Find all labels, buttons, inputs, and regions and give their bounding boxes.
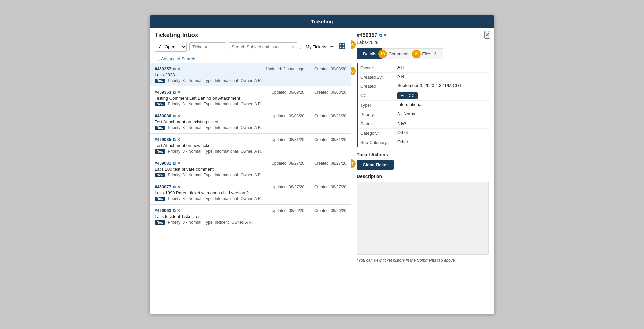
ticket-id-text: #459077 — [155, 184, 171, 189]
ticket-dates: Updated: 09/09/20 Created: 09/03/20 — [271, 90, 346, 95]
created-value: September 3, 2020 4:32 PM CDT — [397, 83, 462, 89]
ticket-meta: New Priority: 3 - Normal Type: Informati… — [155, 149, 346, 154]
ticket-meta: New Priority: 3 - Normal Type: Informati… — [155, 173, 346, 177]
ticket-close-icon[interactable]: ✕ — [177, 208, 180, 213]
ticket-row-top: #459353 ⧉ ✕ Updated: 09/09/20 Created: 0… — [155, 90, 346, 95]
ticket-subject: Test Attachment on existing ticket — [155, 119, 346, 124]
search-input-wrap: ✕ — [229, 42, 297, 51]
inbox-title: Ticketing Inbox — [155, 32, 346, 39]
ticket-owner: Owner: A R. — [241, 125, 262, 130]
ticket-dates: Updated: 2 hours ago Created: 09/03/20 — [266, 67, 347, 71]
ticket-row[interactable]: #459085 ⧉ ✕ Updated: 08/31/20 Created: 0… — [150, 133, 351, 157]
created-label: Created: — [358, 83, 397, 89]
ticket-priority: Priority: 3 - Normal — [168, 220, 201, 225]
ticket-updated: Updated: 08/31/20 — [271, 137, 304, 142]
advanced-search-link[interactable]: Advanced Search — [155, 56, 346, 61]
detail-row-cc: CC: Edit CC — [358, 91, 489, 101]
ticket-num-input[interactable] — [189, 42, 226, 51]
ticket-dates: Updated: 09/03/20 Created: 08/31/20 — [271, 114, 346, 118]
rp-tabs: Details 18 Comments 19 Files 5 — [357, 48, 489, 59]
step-badge-18: 18 — [378, 50, 387, 58]
ticket-close-icon[interactable]: ✕ — [177, 90, 180, 95]
ticket-created: Created: 09/03/20 — [314, 90, 346, 95]
ticket-close-icon[interactable]: ✕ — [177, 161, 180, 166]
ticket-owner: Owner: A R. — [231, 220, 253, 225]
edit-cc-button[interactable]: Edit CC — [397, 92, 418, 99]
ticket-row[interactable]: #459357 ⧉ ✕ Updated: 2 hours ago Created… — [150, 63, 351, 86]
export-button[interactable] — [338, 42, 346, 51]
ticket-row[interactable]: #459081 ⧉ ✕ Updated: 08/27/20 Created: 0… — [150, 157, 351, 181]
ticket-copy-icon[interactable]: ⧉ — [173, 161, 176, 166]
step-badge-17: 17 — [351, 159, 356, 168]
ticket-subject: Labs-1999 Parent ticket with open child … — [155, 190, 346, 195]
ticket-row-top: #459063 ⧉ ✕ Updated: 08/26/20 Created: 0… — [155, 208, 346, 213]
ticket-updated: Updated: 08/26/20 — [271, 208, 304, 213]
ticket-updated: Updated: 08/27/20 — [271, 161, 304, 166]
ticket-row[interactable]: #459086 ⧉ ✕ Updated: 09/03/20 Created: 0… — [150, 110, 351, 133]
ticket-created: Created: 08/27/20 — [314, 185, 346, 189]
close-panel-button[interactable]: ✕ — [484, 31, 490, 39]
main-area: Ticketing Inbox All OpenAll ClosedAll ✕ … — [150, 28, 494, 314]
tab-files[interactable]: 19 Files 5 — [416, 48, 443, 59]
app-title: Ticketing — [311, 19, 333, 24]
status-value: New — [397, 121, 406, 127]
ticket-copy-icon[interactable]: ⧉ — [173, 114, 176, 118]
ticket-copy-icon[interactable]: ⧉ — [173, 90, 176, 95]
ticket-id: #459063 ⧉ ✕ — [155, 208, 180, 213]
status-filter[interactable]: All OpenAll ClosedAll — [155, 42, 187, 52]
ticket-owner: Owner: A R. — [241, 173, 262, 177]
ticket-id-text: #459357 — [155, 66, 171, 71]
ticket-badge-new: New — [155, 197, 165, 201]
search-input[interactable] — [229, 42, 297, 51]
ticket-close-icon[interactable]: ✕ — [177, 137, 180, 142]
close-ticket-button[interactable]: Close Ticket — [357, 160, 394, 170]
ticket-copy-icon[interactable]: ⧉ — [173, 137, 176, 142]
ticket-updated: Updated: 09/03/20 — [271, 114, 304, 118]
detail-table: Owner: A R. Created By: A R. Created: Se… — [357, 63, 489, 147]
ticket-meta: New Priority: 3 - Normal Type: Informati… — [155, 78, 346, 83]
ticket-row-top: #459085 ⧉ ✕ Updated: 08/31/20 Created: 0… — [155, 137, 346, 142]
ticket-dates: Updated: 08/31/20 Created: 08/31/20 — [271, 137, 346, 142]
ticket-priority: Priority: 3 - Normal — [168, 78, 201, 83]
ticket-copy-icon[interactable]: ⧉ — [173, 208, 176, 213]
ticket-type: Type: Informational — [204, 173, 238, 177]
ticket-type: Type: Informational — [204, 102, 238, 106]
rp-copy-icon[interactable]: ⧉ — [379, 33, 382, 38]
ticket-type: Type: Informational — [204, 125, 238, 130]
ticket-created: Created: 08/26/20 — [314, 208, 346, 213]
my-tickets-label: My Tickets — [300, 44, 326, 49]
owner-label: Owner: — [358, 65, 397, 71]
ticket-row[interactable]: #459063 ⧉ ✕ Updated: 08/26/20 Created: 0… — [150, 204, 351, 228]
ticket-close-icon[interactable]: ✕ — [177, 67, 180, 71]
title-bar: Ticketing — [150, 15, 494, 28]
ticket-meta: New Priority: 3 - Normal Type: Informati… — [155, 125, 346, 130]
search-clear-icon[interactable]: ✕ — [291, 44, 295, 50]
detail-section-wrap: 16 Owner: A R. Created By: A R. Created: — [357, 63, 489, 147]
ticket-copy-icon[interactable]: ⧉ — [173, 185, 176, 189]
ticket-subject: Labs 200 test private comment — [155, 167, 346, 172]
ticket-id-text: #459081 — [155, 161, 171, 166]
ticket-row[interactable]: #459077 ⧉ ✕ Updated: 08/27/20 Created: 0… — [150, 181, 351, 204]
ticket-actions-section: 17 Ticket Actions Close Ticket — [357, 152, 489, 170]
rp-close-icon[interactable]: ✕ — [383, 33, 387, 38]
ticket-subject: Labs Incident Ticket Test — [155, 214, 346, 219]
ticket-id: #459357 ⧉ ✕ — [155, 66, 180, 71]
ticket-id: #459077 ⧉ ✕ — [155, 184, 180, 189]
ticket-meta: New Priority: 3 - Normal Type: Incident … — [155, 220, 346, 225]
ticket-created: Created: 08/31/20 — [314, 137, 346, 142]
add-ticket-button[interactable]: + — [329, 43, 335, 51]
left-panel: Ticketing Inbox All OpenAll ClosedAll ✕ … — [150, 28, 351, 314]
my-tickets-checkbox[interactable] — [300, 45, 304, 49]
ticket-id-text: #459086 — [155, 113, 171, 118]
ticket-copy-icon[interactable]: ⧉ — [173, 67, 176, 71]
ticket-priority: Priority: 3 - Normal — [168, 173, 201, 177]
advanced-search-checkbox[interactable] — [155, 57, 159, 61]
tab-comments[interactable]: 18 Comments — [382, 48, 416, 59]
ticket-close-icon[interactable]: ✕ — [177, 114, 180, 118]
ticket-badge-new: New — [155, 79, 165, 83]
detail-row-type: Type: Informational — [358, 101, 489, 110]
ticket-dates: Updated: 08/27/20 Created: 08/27/20 — [271, 161, 346, 166]
app-window: Ticketing Ticketing Inbox All OpenAll Cl… — [150, 15, 494, 314]
ticket-row[interactable]: #459353 ⧉ ✕ Updated: 09/09/20 Created: 0… — [150, 86, 351, 110]
ticket-close-icon[interactable]: ✕ — [177, 185, 180, 189]
